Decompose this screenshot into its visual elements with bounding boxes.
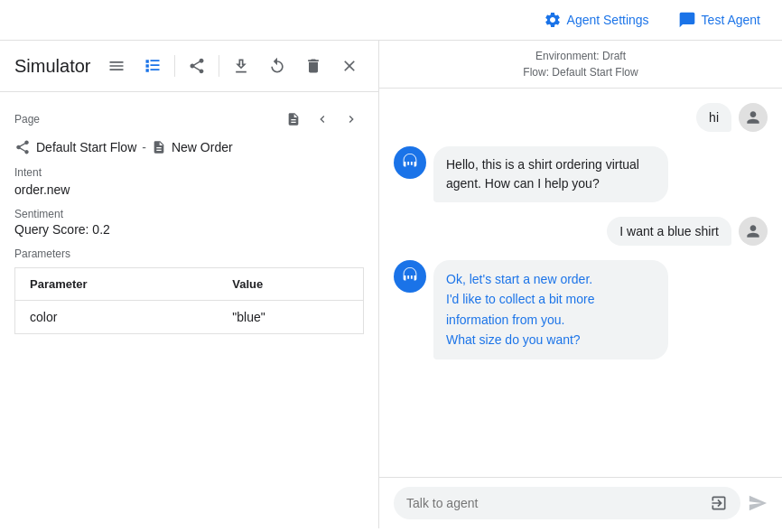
- share-icon-button[interactable]: [182, 51, 211, 80]
- chat-input[interactable]: [406, 496, 703, 510]
- right-panel: Environment: Draft Flow: Default Start F…: [379, 41, 782, 528]
- intent-label: Intent: [14, 166, 364, 179]
- doc-icon: [286, 112, 301, 126]
- header-icons: [102, 51, 364, 80]
- left-content: Page: [0, 92, 378, 345]
- details-icon-button[interactable]: [138, 51, 167, 80]
- env-line1: Environment: Draft: [386, 48, 775, 64]
- agent-message: Hello, this is a shirt ordering virtual …: [394, 146, 768, 202]
- user-message: hi: [394, 103, 768, 132]
- message-bubble: hi: [696, 103, 731, 132]
- refresh-icon-button[interactable]: [263, 51, 292, 80]
- refresh-icon: [268, 57, 286, 75]
- message-bubble: Ok, let's start a new order.I'd like to …: [433, 260, 668, 359]
- chat-input-row: [379, 477, 782, 528]
- chevron-left-icon: [315, 112, 330, 126]
- message-bubble: Hello, this is a shirt ordering virtual …: [433, 146, 668, 202]
- agent-avatar: [394, 260, 426, 293]
- message-bubble: I want a blue shirt: [607, 217, 731, 246]
- send-button[interactable]: [748, 493, 768, 513]
- intent-section: Intent order.new: [14, 166, 364, 197]
- left-panel: Simulator: [0, 41, 379, 528]
- list-icon-button[interactable]: [102, 51, 131, 80]
- prev-page-button[interactable]: [310, 107, 335, 132]
- flow-separator: -: [142, 140, 146, 154]
- table-row: color"blue": [15, 301, 364, 334]
- chat-icon: [678, 11, 696, 29]
- page-name: New Order: [172, 140, 233, 154]
- flow-icon: [14, 139, 31, 155]
- flow-row: Default Start Flow - New Order: [14, 139, 364, 155]
- test-agent-button[interactable]: Test Agent: [671, 7, 768, 33]
- page-row: Page: [14, 107, 364, 132]
- delete-icon-button[interactable]: [299, 51, 328, 80]
- simulator-title: Simulator: [14, 56, 90, 77]
- user-avatar: [739, 103, 768, 132]
- page-doc-icon: [152, 140, 166, 154]
- chevron-right-icon: [344, 112, 358, 126]
- page-label: Page: [14, 113, 40, 126]
- agent-settings-label: Agent Settings: [567, 13, 649, 27]
- chat-input-wrapper: [394, 487, 740, 519]
- param-col-header: Parameter: [15, 268, 219, 301]
- user-avatar: [739, 217, 768, 246]
- chat-env-bar: Environment: Draft Flow: Default Start F…: [379, 41, 782, 89]
- flow-name: Default Start Flow: [36, 140, 136, 154]
- share-icon: [188, 57, 206, 75]
- download-icon: [232, 57, 250, 75]
- user-message: I want a blue shirt: [394, 217, 768, 246]
- chat-messages: hi Hello, this is a shirt ordering virtu…: [379, 89, 782, 477]
- param-cell: color: [15, 301, 219, 334]
- parameters-section: Parameters Parameter Value color"blue": [14, 247, 364, 334]
- close-icon-button[interactable]: [335, 51, 364, 80]
- toolbar-divider: [174, 55, 175, 77]
- query-score: Query Score: 0.2: [14, 222, 364, 237]
- page-doc-button[interactable]: [281, 107, 306, 132]
- list-icon: [107, 57, 126, 75]
- agent-avatar: [394, 146, 426, 179]
- download-icon-button[interactable]: [227, 51, 256, 80]
- toolbar-divider-2: [219, 55, 219, 77]
- env-line2: Flow: Default Start Flow: [386, 64, 775, 80]
- delete-icon: [304, 57, 322, 75]
- page-section: Page: [14, 107, 364, 132]
- value-cell: "blue": [218, 301, 363, 334]
- details-icon: [144, 57, 162, 75]
- parameters-label: Parameters: [14, 247, 364, 260]
- agent-settings-button[interactable]: Agent Settings: [536, 7, 656, 33]
- sentiment-label: Sentiment: [14, 208, 364, 220]
- close-icon: [340, 57, 358, 75]
- test-agent-label: Test Agent: [702, 13, 760, 27]
- sentiment-section: Sentiment Query Score: 0.2: [14, 208, 364, 237]
- parameters-table: Parameter Value color"blue": [14, 267, 364, 334]
- main-layout: Simulator: [0, 41, 782, 528]
- left-header: Simulator: [0, 41, 378, 92]
- gear-icon: [544, 11, 562, 29]
- top-bar: Agent Settings Test Agent: [0, 0, 782, 41]
- input-icon[interactable]: [710, 494, 728, 512]
- value-col-header: Value: [218, 268, 363, 301]
- agent-message: Ok, let's start a new order.I'd like to …: [394, 260, 768, 359]
- next-page-button[interactable]: [339, 107, 364, 132]
- intent-value: order.new: [14, 182, 364, 197]
